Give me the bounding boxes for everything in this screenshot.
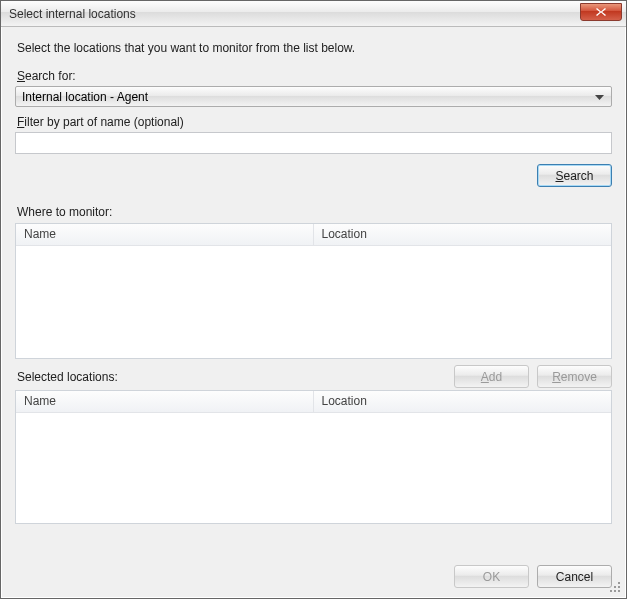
dialog-content: Select the locations that you want to mo… xyxy=(1,27,626,598)
svg-rect-2 xyxy=(614,590,616,592)
search-for-dropdown[interactable]: Internal location - Agent xyxy=(15,86,612,107)
dialog-footer: OK Cancel xyxy=(15,553,612,588)
where-to-monitor-label: Where to monitor: xyxy=(17,205,612,219)
monitor-listview[interactable]: Name Location xyxy=(15,223,612,359)
cancel-button[interactable]: Cancel xyxy=(537,565,612,588)
search-for-value: Internal location - Agent xyxy=(22,90,591,104)
close-icon xyxy=(595,7,607,17)
selected-list-header: Name Location xyxy=(16,391,611,413)
titlebar: Select internal locations xyxy=(1,1,626,27)
svg-rect-0 xyxy=(618,590,620,592)
selected-listview[interactable]: Name Location xyxy=(15,390,612,524)
chevron-down-icon xyxy=(591,90,607,104)
selected-locations-label: Selected locations: xyxy=(15,365,118,388)
svg-rect-4 xyxy=(614,586,616,588)
dialog-window: Select internal locations Select the loc… xyxy=(0,0,627,599)
selected-col-name[interactable]: Name xyxy=(16,391,314,412)
close-button[interactable] xyxy=(580,3,622,21)
window-title: Select internal locations xyxy=(9,7,136,21)
filter-input[interactable] xyxy=(15,132,612,154)
monitor-list-body xyxy=(16,246,611,358)
selected-col-location[interactable]: Location xyxy=(314,391,612,412)
monitor-list-header: Name Location xyxy=(16,224,611,246)
search-button[interactable]: Search xyxy=(537,164,612,187)
remove-button: Remove xyxy=(537,365,612,388)
monitor-col-location[interactable]: Location xyxy=(314,224,612,245)
filter-label: Filter by part of name (optional) xyxy=(17,115,612,129)
svg-rect-3 xyxy=(618,582,620,584)
instruction-text: Select the locations that you want to mo… xyxy=(17,41,612,55)
search-for-label: Search for: xyxy=(17,69,612,83)
ok-button: OK xyxy=(454,565,529,588)
selected-list-body xyxy=(16,413,611,523)
add-button: Add xyxy=(454,365,529,388)
svg-rect-1 xyxy=(618,586,620,588)
svg-rect-5 xyxy=(610,590,612,592)
monitor-col-name[interactable]: Name xyxy=(16,224,314,245)
resize-grip-icon[interactable] xyxy=(608,580,622,594)
